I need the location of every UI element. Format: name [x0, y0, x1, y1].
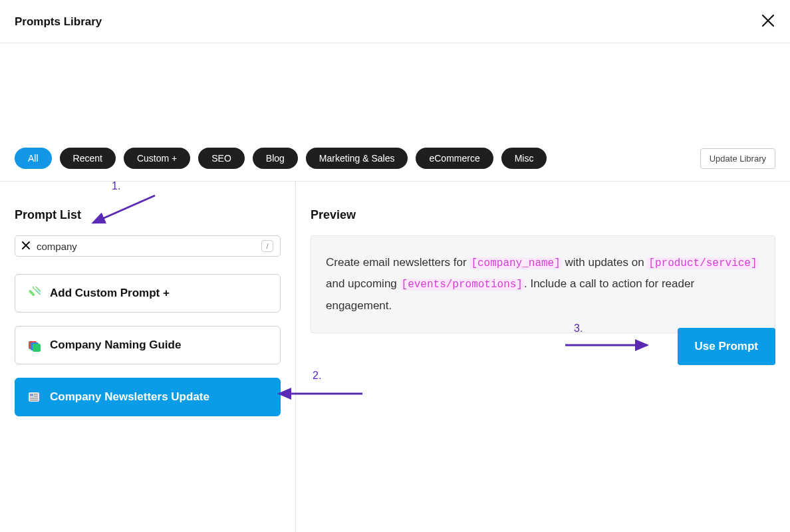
filter-bar: All Recent Custom + SEO Blog Marketing &… [0, 148, 790, 182]
preview-text: and upcoming [326, 277, 400, 290]
prompt-item-label: Company Newsletters Update [50, 390, 209, 404]
placeholder-company-name: [company_name] [469, 257, 561, 269]
filter-pill-marketing[interactable]: Marketing & Sales [306, 148, 408, 169]
clear-search-icon[interactable] [22, 241, 30, 251]
search-box: / [15, 235, 281, 257]
update-library-button[interactable]: Update Library [700, 148, 775, 169]
svg-rect-11 [30, 400, 38, 401]
page-title: Prompts Library [15, 15, 102, 29]
prompt-item-naming-guide[interactable]: Company Naming Guide [15, 326, 281, 364]
preview-text: with updates on [562, 256, 648, 269]
filter-pill-custom[interactable]: Custom + [124, 148, 190, 169]
filter-pill-blog[interactable]: Blog [253, 148, 298, 169]
use-prompt-button[interactable]: Use Prompt [678, 328, 775, 365]
svg-rect-8 [34, 394, 38, 395]
filter-pill-recent[interactable]: Recent [60, 148, 116, 169]
prompt-item-label: Company Naming Guide [50, 338, 181, 352]
add-custom-prompt-button[interactable]: Add Custom Prompt + [15, 274, 281, 313]
preview-title: Preview [311, 208, 775, 222]
preview-text-box: Create email newsletters for [company_na… [311, 235, 775, 333]
annotation-2-label: 2. [313, 370, 321, 382]
svg-rect-5 [33, 344, 41, 352]
placeholder-events-promotions: [events/promotions] [400, 279, 524, 291]
preview-panel: Preview Create email newsletters for [co… [296, 182, 790, 532]
svg-rect-10 [30, 398, 38, 399]
svg-rect-9 [34, 396, 38, 397]
prompt-item-newsletters[interactable]: Company Newsletters Update [15, 378, 281, 416]
filter-pill-ecommerce[interactable]: eCommerce [416, 148, 493, 169]
filter-pill-all[interactable]: All [15, 148, 52, 169]
filter-pill-misc[interactable]: Misc [501, 148, 547, 169]
svg-rect-1 [29, 289, 36, 297]
prompt-list-title: Prompt List [15, 208, 281, 222]
svg-rect-7 [30, 394, 33, 396]
annotation-1-label: 1. [112, 180, 120, 192]
placeholder-product-service: [product/service] [647, 257, 758, 269]
header: Prompts Library [0, 0, 790, 43]
filter-pill-seo[interactable]: SEO [198, 148, 245, 169]
filter-pills: All Recent Custom + SEO Blog Marketing &… [15, 148, 547, 169]
test-tube-icon [27, 287, 41, 300]
newsletter-icon [27, 390, 41, 404]
prompt-list-panel: Prompt List / Add Custom Prompt + [0, 182, 296, 532]
search-input[interactable] [37, 241, 255, 252]
slash-hint-icon: / [261, 240, 273, 252]
preview-text: Create email newsletters for [326, 256, 469, 269]
add-custom-prompt-label: Add Custom Prompt + [50, 287, 170, 300]
stack-icon [27, 338, 41, 352]
close-icon[interactable] [761, 13, 775, 31]
